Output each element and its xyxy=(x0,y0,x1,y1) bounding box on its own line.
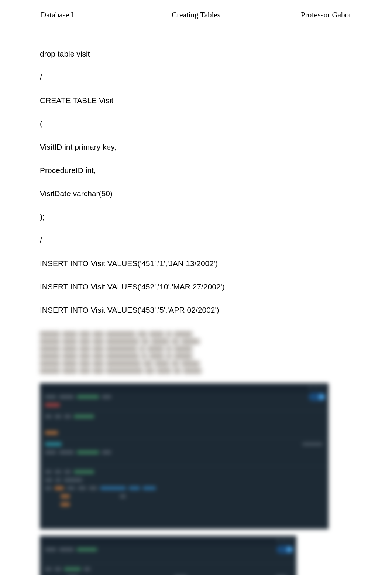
code-line: CREATE TABLE Visit xyxy=(40,96,392,104)
code-line: VisitID int primary key, xyxy=(40,143,392,151)
code-line: INSERT INTO Visit VALUES('452','10','MAR… xyxy=(40,283,392,290)
code-line: / xyxy=(40,73,392,81)
code-line: INSERT INTO Visit VALUES('451','1','JAN … xyxy=(40,259,392,267)
document-page: Database I Creating Tables Professor Gab… xyxy=(0,0,392,575)
code-line: ); xyxy=(40,213,392,221)
header-center: Creating Tables xyxy=(144,10,248,20)
code-line: ProcedureID int, xyxy=(40,166,392,174)
code-line: drop table visit xyxy=(40,50,392,58)
sql-code-block: drop table visit / CREATE TABLE Visit ( … xyxy=(0,20,392,329)
embedded-screenshot-2 xyxy=(40,536,296,575)
code-line: ( xyxy=(40,120,392,127)
code-line: / xyxy=(40,236,392,244)
embedded-screenshot-1 xyxy=(40,383,329,529)
blurred-code-region xyxy=(40,331,224,376)
header-left: Database I xyxy=(41,10,144,20)
page-header: Database I Creating Tables Professor Gab… xyxy=(0,10,392,20)
header-right: Professor Gabor xyxy=(248,10,351,20)
code-line: INSERT INTO Visit VALUES('453','5','APR … xyxy=(40,306,392,314)
code-line: VisitDate varchar(50) xyxy=(40,190,392,197)
